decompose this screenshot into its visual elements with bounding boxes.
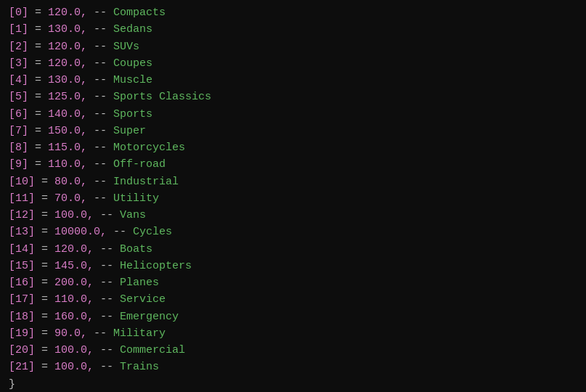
numeric-value: 80.0, <box>54 173 87 190</box>
numeric-value: 120.0, <box>48 55 87 72</box>
comment-label: SUVs <box>113 38 139 55</box>
dash-separator: -- <box>87 106 113 123</box>
dash-separator: -- <box>87 72 113 89</box>
comment-label: Boats <box>120 241 152 258</box>
table-row: [3] = 120.0, -- Coupes <box>9 55 577 72</box>
table-row: [18] = 160.0, -- Emergency <box>9 309 577 325</box>
index-label: [18] <box>9 309 35 325</box>
numeric-value: 100.0, <box>54 359 94 375</box>
equals-sign: = <box>35 274 54 291</box>
dash-separator: -- <box>87 156 113 173</box>
numeric-value: 125.0, <box>48 89 87 105</box>
table-row: [1] = 130.0, -- Sedans <box>9 21 577 38</box>
equals-sign: = <box>35 342 54 359</box>
numeric-value: 120.0, <box>48 38 87 55</box>
dash-separator: -- <box>87 190 113 207</box>
numeric-value: 70.0, <box>54 190 87 207</box>
closing-brace-line: } <box>9 376 577 393</box>
index-label: [2] <box>9 38 28 55</box>
table-row: [2] = 120.0, -- SUVs <box>9 38 577 55</box>
index-label: [9] <box>9 156 28 173</box>
dash-separator: -- <box>87 21 113 38</box>
index-label: [0] <box>9 4 28 21</box>
comment-label: Planes <box>120 274 159 291</box>
comment-label: Muscle <box>113 72 152 89</box>
index-label: [10] <box>9 173 35 190</box>
numeric-value: 120.0, <box>54 241 94 258</box>
equals-sign: = <box>28 21 48 38</box>
table-row: [21] = 100.0, -- Trains <box>9 359 577 375</box>
dash-separator: -- <box>94 291 120 308</box>
index-label: [16] <box>9 274 35 291</box>
equals-sign: = <box>28 72 48 89</box>
equals-sign: = <box>35 291 54 308</box>
equals-sign: = <box>35 325 54 342</box>
table-row: [6] = 140.0, -- Sports <box>9 106 577 123</box>
equals-sign: = <box>35 173 54 190</box>
dash-separator: -- <box>94 207 120 224</box>
numeric-value: 110.0, <box>48 156 87 173</box>
comment-label: Sports Classics <box>113 89 211 105</box>
index-label: [8] <box>9 139 28 156</box>
table-row: [15] = 145.0, -- Helicopters <box>9 258 577 274</box>
index-label: [12] <box>9 207 35 224</box>
comment-label: Cycles <box>133 224 172 240</box>
equals-sign: = <box>35 359 54 375</box>
table-row: [4] = 130.0, -- Muscle <box>9 72 577 89</box>
index-label: [3] <box>9 55 28 72</box>
code-block: [0] = 120.0, -- Compacts[1] = 130.0, -- … <box>9 4 577 392</box>
table-row: [17] = 110.0, -- Service <box>9 291 577 308</box>
equals-sign: = <box>28 139 48 156</box>
index-label: [5] <box>9 89 28 105</box>
comment-label: Motorcycles <box>113 139 185 156</box>
table-row: [0] = 120.0, -- Compacts <box>9 4 577 21</box>
table-row: [14] = 120.0, -- Boats <box>9 241 577 258</box>
equals-sign: = <box>28 123 48 139</box>
table-row: [12] = 100.0, -- Vans <box>9 207 577 224</box>
index-label: [4] <box>9 72 28 89</box>
comment-label: Vans <box>120 207 146 224</box>
dash-separator: -- <box>87 139 113 156</box>
numeric-value: 90.0, <box>54 325 87 342</box>
dash-separator: -- <box>94 241 120 258</box>
dash-separator: -- <box>94 342 120 359</box>
numeric-value: 140.0, <box>48 106 87 123</box>
numeric-value: 145.0, <box>54 258 94 274</box>
equals-sign: = <box>28 4 48 21</box>
table-row: [19] = 90.0, -- Military <box>9 325 577 342</box>
table-row: [11] = 70.0, -- Utility <box>9 190 577 207</box>
table-row: [9] = 110.0, -- Off-road <box>9 156 577 173</box>
dash-separator: -- <box>87 173 113 190</box>
numeric-value: 200.0, <box>54 274 94 291</box>
index-label: [15] <box>9 258 35 274</box>
dash-separator: -- <box>94 309 120 325</box>
numeric-value: 100.0, <box>54 342 94 359</box>
equals-sign: = <box>35 190 54 207</box>
comment-label: Super <box>113 123 146 139</box>
comment-label: Compacts <box>113 4 166 21</box>
table-row: [10] = 80.0, -- Industrial <box>9 173 577 190</box>
comment-label: Coupes <box>113 55 152 72</box>
table-row: [20] = 100.0, -- Commercial <box>9 342 577 359</box>
dash-separator: -- <box>87 55 113 72</box>
comment-label: Industrial <box>113 173 179 190</box>
dash-separator: -- <box>87 89 113 105</box>
index-label: [14] <box>9 241 35 258</box>
comment-label: Military <box>113 325 166 342</box>
numeric-value: 130.0, <box>48 21 87 38</box>
index-label: [11] <box>9 190 35 207</box>
closing-brace: } <box>9 376 15 393</box>
table-row: [8] = 115.0, -- Motorcycles <box>9 139 577 156</box>
dash-separator: -- <box>87 4 113 21</box>
comment-label: Emergency <box>120 309 179 325</box>
equals-sign: = <box>28 106 48 123</box>
equals-sign: = <box>35 309 54 325</box>
numeric-value: 10000.0, <box>54 224 107 240</box>
dash-separator: -- <box>94 258 120 274</box>
comment-label: Utility <box>113 190 159 207</box>
equals-sign: = <box>28 38 48 55</box>
numeric-value: 160.0, <box>54 309 94 325</box>
comment-label: Helicopters <box>120 258 192 274</box>
dash-separator: -- <box>94 274 120 291</box>
equals-sign: = <box>35 224 54 240</box>
